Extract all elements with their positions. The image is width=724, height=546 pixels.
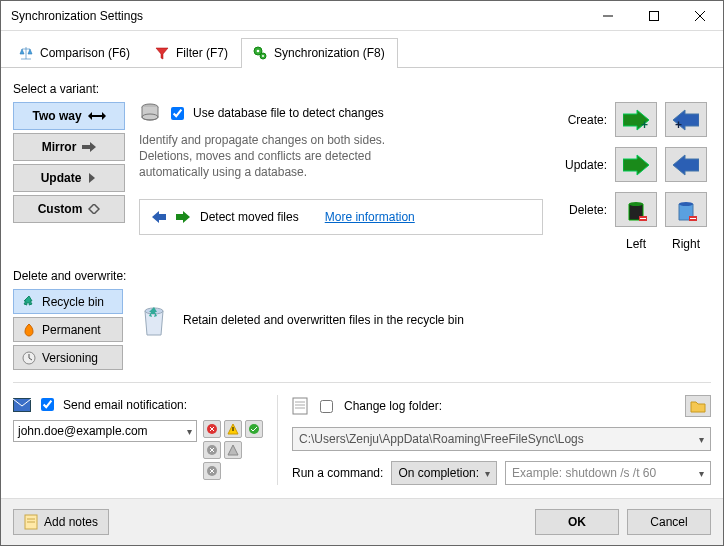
update-label: Update: [557, 158, 607, 172]
delete-left-button[interactable] [615, 192, 657, 227]
variant-row: Two way Mirror Update Custom [13, 102, 711, 251]
notify-success-button[interactable] [245, 420, 263, 438]
log-checkbox[interactable] [320, 400, 333, 413]
email-checkbox-label: Send email notification: [63, 398, 187, 412]
svg-point-12 [629, 202, 643, 206]
update-left-button[interactable] [615, 147, 657, 182]
command-label: Run a command: [292, 466, 383, 480]
arrow-right-green-icon [176, 210, 190, 224]
variant-description: Identify and propagate changes on both s… [139, 132, 399, 181]
note-icon [24, 514, 38, 530]
maximize-button[interactable] [631, 1, 677, 30]
content: Select a variant: Two way Mirror Update … [1, 68, 723, 498]
variant-buttons: Two way Mirror Update Custom [13, 102, 125, 251]
permanent-button[interactable]: Permanent [13, 317, 123, 342]
actions-column: Create: + + Update: Delete: Left Right [557, 102, 711, 251]
database-icon [139, 102, 161, 124]
log-path-input[interactable]: C:\Users\Zenju\AppData\Roaming\FreeFileS… [292, 427, 711, 451]
add-notes-button[interactable]: Add notes [13, 509, 109, 535]
diamond-icon [88, 204, 100, 214]
svg-point-7 [262, 55, 264, 57]
command-input[interactable]: Example: shutdown /s /t 60 ▾ [505, 461, 711, 485]
variant-label: Custom [38, 202, 83, 216]
notify-warning-button[interactable] [224, 420, 242, 438]
variant-update[interactable]: Update [13, 164, 125, 192]
close-button[interactable] [677, 1, 723, 30]
svg-point-5 [257, 50, 260, 53]
notify-error-button[interactable] [203, 420, 221, 438]
more-info-link[interactable]: More information [325, 210, 415, 224]
tab-filter[interactable]: Filter (F7) [143, 38, 241, 68]
two-way-arrow-icon [88, 111, 106, 121]
tab-label: Synchronization (F8) [274, 46, 385, 60]
window: Synchronization Settings Comparison (F6)… [0, 0, 724, 546]
variant-two-way[interactable]: Two way [13, 102, 125, 130]
log-path-value: C:\Users\Zenju\AppData\Roaming\FreeFileS… [299, 432, 584, 446]
notify-error-grey-button[interactable] [203, 441, 221, 459]
tab-label: Filter (F7) [176, 46, 228, 60]
variant-custom[interactable]: Custom [13, 195, 125, 223]
svg-rect-17 [690, 218, 696, 219]
ok-label: OK [568, 515, 586, 529]
update-right-button[interactable] [665, 147, 707, 182]
variant-mirror[interactable]: Mirror [13, 133, 125, 161]
svg-point-23 [249, 424, 259, 434]
tab-comparison[interactable]: Comparison (F6) [7, 38, 143, 68]
notify-error-grey2-button[interactable] [203, 462, 221, 480]
chevron-down-icon: ▾ [699, 434, 704, 445]
minimize-button[interactable] [585, 1, 631, 30]
recycle-label: Recycle bin [42, 295, 104, 309]
command-timing-combo[interactable]: On completion: ▾ [391, 461, 497, 485]
versioning-button[interactable]: Versioning [13, 345, 123, 370]
delete-section-label: Delete and overwrite: [13, 269, 711, 283]
delete-right-button[interactable] [665, 192, 707, 227]
create-right-button[interactable]: + [665, 102, 707, 137]
cancel-label: Cancel [650, 515, 687, 529]
description-column: Use database file to detect changes Iden… [139, 102, 543, 251]
delete-overwrite-section: Delete and overwrite: Recycle bin Perman… [13, 265, 711, 370]
permanent-label: Permanent [42, 323, 101, 337]
svg-rect-1 [650, 11, 659, 20]
variant-label: Two way [32, 109, 81, 123]
create-left-button[interactable]: + [615, 102, 657, 137]
chevron-down-icon: ▾ [699, 468, 704, 479]
delete-label: Delete: [557, 203, 607, 217]
email-column: Send email notification: john.doe@exampl… [13, 395, 263, 485]
log-checkbox-label: Change log folder: [344, 399, 442, 413]
titlebar: Synchronization Settings [1, 1, 723, 31]
svg-point-15 [679, 202, 693, 206]
browse-folder-button[interactable] [685, 395, 711, 417]
gears-icon [252, 45, 268, 61]
delete-description: Retain deleted and overwritten files in … [183, 313, 464, 327]
variant-section-label: Select a variant: [13, 82, 711, 96]
svg-rect-26 [293, 398, 307, 414]
email-checkbox[interactable] [41, 398, 54, 411]
ok-button[interactable]: OK [535, 509, 619, 535]
footer: Add notes OK Cancel [1, 498, 723, 545]
command-placeholder: Example: shutdown /s /t 60 [512, 466, 656, 480]
recycle-bin-button[interactable]: Recycle bin [13, 289, 123, 314]
envelope-icon [13, 398, 31, 412]
email-value: john.doe@example.com [18, 424, 148, 438]
svg-rect-14 [640, 218, 646, 219]
command-timing-value: On completion: [398, 466, 479, 480]
window-title: Synchronization Settings [11, 9, 585, 23]
create-label: Create: [557, 113, 607, 127]
bottom-grid: Send email notification: john.doe@exampl… [13, 395, 711, 485]
cancel-button[interactable]: Cancel [627, 509, 711, 535]
chevron-down-icon: ▾ [485, 468, 490, 479]
left-caption: Left [615, 237, 657, 251]
email-input[interactable]: john.doe@example.com ▾ [13, 420, 197, 442]
svg-text:+: + [675, 118, 682, 131]
add-notes-label: Add notes [44, 515, 98, 529]
tab-label: Comparison (F6) [40, 46, 130, 60]
flame-icon [22, 323, 36, 337]
notify-warning-grey-button[interactable] [224, 441, 242, 459]
right-caption: Right [665, 237, 707, 251]
scales-icon [18, 45, 34, 61]
db-checkbox[interactable] [171, 107, 184, 120]
recycle-bin-icon [139, 303, 169, 337]
detect-moved-box: Detect moved files More information [139, 199, 543, 235]
log-icon [292, 397, 308, 415]
tab-synchronization[interactable]: Synchronization (F8) [241, 38, 398, 68]
